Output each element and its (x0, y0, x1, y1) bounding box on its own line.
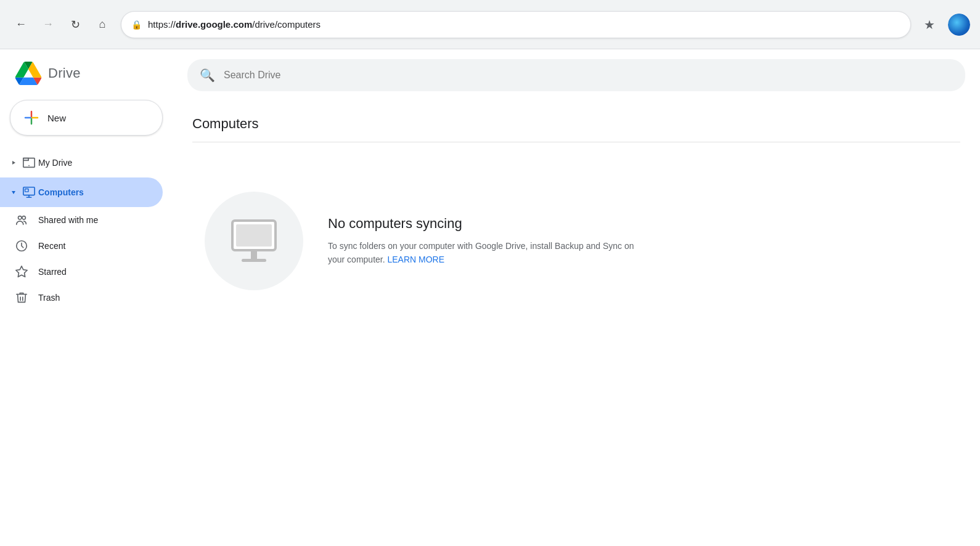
plus-icon-svg (24, 110, 39, 125)
browser-chrome: ← → ↻ ⌂ 🔒 https://drive.google.com/drive… (0, 0, 980, 49)
lock-icon: 🔒 (131, 20, 142, 30)
my-drive-arrow-icon (5, 154, 22, 171)
svg-rect-20 (242, 259, 266, 262)
plus-icon (23, 109, 40, 126)
address-text: https://drive.google.com/drive/computers (148, 19, 900, 30)
sidebar-item-my-drive[interactable]: My Drive (0, 148, 163, 177)
main-content: 🔍 Computers (173, 49, 980, 546)
sidebar-header: Drive (0, 57, 173, 95)
empty-state-description: To sync folders on your computer with Go… (328, 239, 636, 267)
computers-label: Computers (38, 187, 84, 197)
bookmark-button[interactable]: ★ (918, 14, 941, 36)
recent-icon (15, 239, 28, 253)
computers-icon (22, 185, 36, 199)
svg-rect-18 (236, 224, 272, 247)
content-area: Computers No co (173, 101, 980, 546)
section-divider (192, 142, 960, 142)
computer-illustration (205, 192, 303, 290)
svg-marker-8 (12, 191, 15, 194)
learn-more-link[interactable]: LEARN MORE (388, 255, 445, 264)
search-bar-area: 🔍 (173, 49, 980, 101)
sidebar: Drive New (0, 49, 173, 546)
computer-empty-icon (226, 213, 282, 269)
sidebar-item-starred[interactable]: Starred (0, 259, 163, 285)
nav-buttons: ← → ↻ ⌂ (10, 14, 113, 36)
address-bar[interactable]: 🔒 https://drive.google.com/drive/compute… (121, 11, 911, 38)
profile-avatar[interactable] (948, 14, 970, 36)
svg-point-7 (28, 165, 30, 166)
shared-with-me-icon (15, 213, 28, 227)
svg-point-14 (22, 216, 25, 220)
search-bar[interactable]: 🔍 (187, 59, 965, 91)
starred-icon (15, 265, 28, 279)
svg-point-13 (18, 216, 22, 220)
trash-label: Trash (38, 293, 60, 303)
svg-marker-16 (16, 266, 27, 277)
my-drive-icon (22, 156, 36, 169)
starred-label: Starred (38, 267, 67, 277)
refresh-button[interactable]: ↻ (64, 14, 86, 36)
empty-state: No computers syncing To sync folders on … (192, 167, 960, 315)
sidebar-item-trash[interactable]: Trash (0, 285, 163, 311)
empty-desc-text: To sync folders on your computer with Go… (328, 241, 634, 264)
forward-button[interactable]: → (37, 14, 59, 36)
drive-logo-icon (15, 62, 42, 85)
shared-with-me-label: Shared with me (38, 215, 98, 225)
svg-rect-6 (23, 158, 28, 161)
new-button-label: New (47, 113, 66, 123)
home-button[interactable]: ⌂ (91, 14, 113, 36)
empty-state-title: No computers syncing (328, 216, 636, 232)
my-drive-label: My Drive (38, 158, 72, 168)
profile-circle (948, 14, 970, 36)
drive-title: Drive (48, 65, 81, 81)
search-icon: 🔍 (200, 68, 215, 83)
svg-marker-4 (12, 161, 15, 165)
trash-icon (15, 291, 28, 304)
svg-rect-19 (251, 250, 257, 259)
search-input[interactable] (224, 70, 953, 81)
new-button[interactable]: New (10, 100, 163, 136)
empty-text-area: No computers syncing To sync folders on … (328, 216, 636, 267)
sidebar-item-computers[interactable]: Computers (0, 177, 163, 207)
app-layout: Drive New (0, 49, 980, 546)
page-title: Computers (192, 116, 960, 132)
sidebar-item-recent[interactable]: Recent (0, 233, 163, 259)
back-button[interactable]: ← (10, 14, 32, 36)
svg-rect-12 (25, 189, 29, 192)
recent-label: Recent (38, 241, 65, 251)
sidebar-item-shared-with-me[interactable]: Shared with me (0, 207, 163, 233)
computers-arrow-icon (5, 184, 22, 201)
